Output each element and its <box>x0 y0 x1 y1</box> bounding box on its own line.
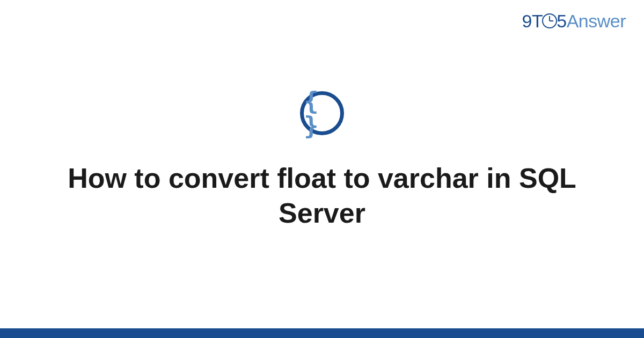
code-icon-circle: { } <box>300 91 344 135</box>
logo-text-answer: Answer <box>567 11 626 31</box>
code-braces-icon: { } <box>304 89 340 138</box>
footer-bar <box>0 328 644 338</box>
main-content: { } How to convert float to varchar in S… <box>0 0 644 338</box>
logo-text-5: 5 <box>557 11 566 31</box>
question-title: How to convert float to varchar in SQL S… <box>48 161 596 231</box>
clock-icon <box>542 13 557 28</box>
site-logo[interactable]: 9T5Answer <box>522 11 626 32</box>
logo-text-9t: 9T <box>522 11 543 31</box>
